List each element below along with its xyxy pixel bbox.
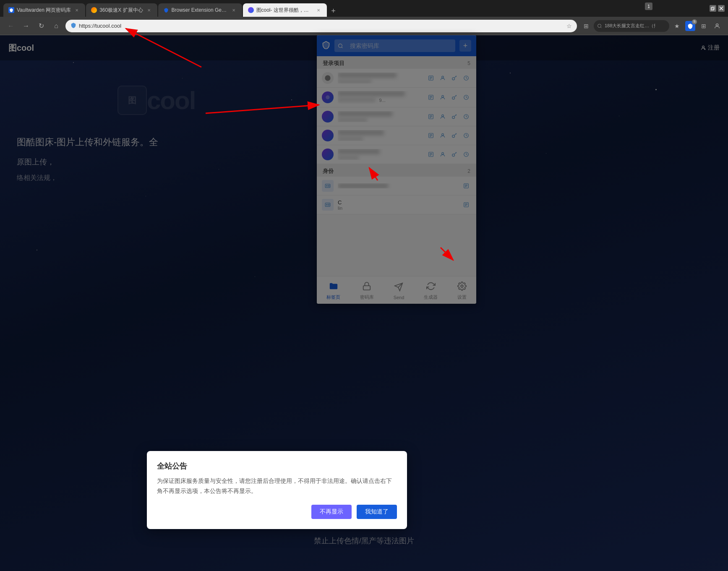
announcement-modal: 全站公告 为保证图床服务质量与安全性，请您注册后合理使用，不得用于非法用途。确认… xyxy=(147,451,407,529)
bitwarden-extension-icon[interactable]: 5 xyxy=(684,20,696,32)
tab3-close[interactable]: ✕ xyxy=(230,7,237,13)
browser-chrome: Vaultwarden 网页密码库 ✕ 360极速X 扩展中心 ✕ Browse… xyxy=(0,0,728,35)
tab4-close[interactable]: ✕ xyxy=(315,7,322,13)
modal-confirm-button[interactable]: 我知道了 xyxy=(357,505,397,519)
search-bar[interactable]: 188大长腿文言走红…（热搜） xyxy=(594,20,669,32)
new-tab-button[interactable]: + xyxy=(328,5,339,17)
tab4-label: 图cool- 这世界很酷，也因分 xyxy=(256,7,313,14)
back-button[interactable]: ← xyxy=(5,20,17,32)
svg-point-4 xyxy=(598,24,601,27)
address-input-wrap[interactable]: https://tucool.cool ☆ xyxy=(65,20,577,32)
modal-body: 为保证图床服务质量与安全性，请您注册后合理使用，不得用于非法用途。确认请点击右下… xyxy=(157,476,397,496)
modal-dismiss-button[interactable]: 不再显示 xyxy=(311,505,352,519)
tab2-close[interactable]: ✕ xyxy=(146,7,152,13)
search-bar-text: 188大长腿文言走红…（热搜） xyxy=(605,23,655,29)
forward-button[interactable]: → xyxy=(20,20,32,32)
window-restore-icon[interactable] xyxy=(710,5,716,12)
toolbar-right: ⊞ 188大长腿文言走红…（热搜） ★ 5 ⊞ xyxy=(580,20,723,32)
address-bar: ← → ↻ ⌂ https://tucool.cool ☆ ⊞ 188大长腿文言… xyxy=(0,17,728,35)
tab1-label: Vaultwarden 网页密码库 xyxy=(17,7,71,14)
ext-badge: 5 xyxy=(692,19,697,24)
svg-rect-1 xyxy=(712,7,715,9)
security-shield-icon xyxy=(70,22,76,29)
modal-actions: 不再显示 我知道了 xyxy=(157,505,397,519)
bookmark-star-icon[interactable]: ★ xyxy=(671,20,683,32)
search-icon xyxy=(597,23,602,29)
home-button[interactable]: ⌂ xyxy=(50,20,62,32)
tab-tucool[interactable]: 图cool- 这世界很酷，也因分 ✕ xyxy=(243,3,327,17)
tab-360[interactable]: 360极速X 扩展中心 ✕ xyxy=(86,3,157,17)
svg-line-5 xyxy=(600,27,601,28)
tab-browser-extension[interactable]: Browser Extension Getting ✕ xyxy=(158,3,242,17)
extensions-icon[interactable]: ⊞ xyxy=(580,20,592,32)
tab3-label: Browser Extension Getting xyxy=(172,7,228,13)
modal-title: 全站公告 xyxy=(157,461,397,471)
grid-icon[interactable]: ⊞ xyxy=(698,20,710,32)
svg-rect-0 xyxy=(711,8,714,10)
tab-bar: Vaultwarden 网页密码库 ✕ 360极速X 扩展中心 ✕ Browse… xyxy=(0,0,728,17)
tab-vaultwarden[interactable]: Vaultwarden 网页密码库 ✕ xyxy=(3,3,85,17)
modal-overlay: 全站公告 为保证图床服务质量与安全性，请您注册后合理使用，不得用于非法用途。确认… xyxy=(0,35,728,571)
bookmark-icon[interactable]: ☆ xyxy=(566,23,572,29)
reload-button[interactable]: ↻ xyxy=(35,20,47,32)
profile-icon[interactable] xyxy=(711,20,723,32)
tab2-label: 360极速X 扩展中心 xyxy=(99,7,143,14)
svg-point-6 xyxy=(716,23,718,26)
tab1-close[interactable]: ✕ xyxy=(73,7,80,13)
url-display[interactable]: https://tucool.cool xyxy=(79,23,564,29)
tab-count-badge: 1 xyxy=(645,3,652,10)
window-close-icon[interactable] xyxy=(718,5,725,12)
